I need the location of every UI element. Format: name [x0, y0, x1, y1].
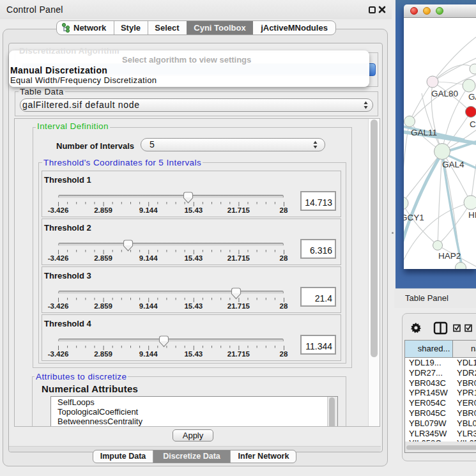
svg-text:GAL4: GAL4	[442, 160, 464, 169]
svg-text:HI: HI	[468, 210, 476, 220]
svg-text:HAP2: HAP2	[438, 251, 461, 261]
svg-text:GA: GA	[468, 92, 476, 102]
svg-text:C: C	[470, 119, 476, 129]
svg-text:GCY1: GCY1	[404, 213, 424, 222]
svg-text:GAL80: GAL80	[431, 89, 458, 98]
svg-text:GAL11: GAL11	[411, 128, 437, 137]
